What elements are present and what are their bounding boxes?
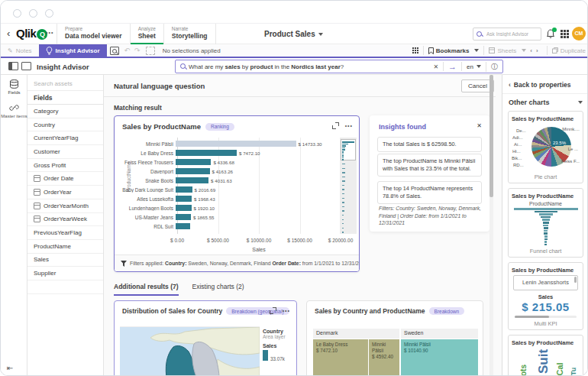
bar-row[interactable]: Baby Dark Lounge Suit$ 2016.69 [118,185,347,194]
sheets-dropdown[interactable]: Sheets [489,47,526,54]
bar-row[interactable]: US-Master Jeans$ 1865.55 [118,212,347,222]
language-dropdown[interactable]: en [467,63,481,70]
notes-button[interactable]: ✎ Notes [1,44,39,57]
result-chart-card[interactable]: Sales by ProductName Ranking ••• Product… [114,115,360,272]
word-cloud-word[interactable]: ots [519,365,528,376]
other-charts-header[interactable]: Other charts [502,94,588,111]
field-item[interactable]: Order Date [27,172,103,186]
field-item[interactable]: Sales [27,254,103,267]
bar-row[interactable]: Minnki Pälsii$ 14733.30 [118,139,347,148]
back-to-properties-link[interactable]: ‹Back to properties [502,75,588,94]
insight-item[interactable]: The top ProductName is Minnki Pälsii wit… [377,154,482,177]
global-menu-icon[interactable]: ••• [46,30,53,35]
chart-suggestion-multi-kpi[interactable]: Sales by ProductName Lenin Jeansshorts S… [508,262,583,330]
window-control-minimize[interactable] [29,9,37,18]
app-title-dropdown[interactable]: Product Sales [264,30,323,38]
more-menu-icon[interactable]: ••• [283,308,290,313]
treemap-cell[interactable]: Minnki Pälsii$ 4592.40 [369,339,399,376]
field-item[interactable]: Country [27,118,103,132]
redo-selection-icon[interactable]: ↷ [134,47,141,54]
search-assets-input[interactable] [27,77,103,91]
field-item[interactable]: CurrentYearFlag [27,131,103,145]
tab-existing-charts[interactable]: Existing charts (2) [192,283,244,296]
collapse-panel-icon[interactable]: ⇤ [1,364,27,372]
bar-row[interactable]: Lundenhagen Boots$ 1920.10 [118,203,347,212]
app-launcher-icon[interactable] [561,30,569,38]
tab-additional-results[interactable]: Additional results (7) [114,283,179,296]
bar-row[interactable]: Snake Boots$ 4031.63 [118,176,347,185]
query-text[interactable]: What are my sales by product in the Nord… [189,63,433,70]
prev-sheet-icon[interactable]: ‹ [530,47,532,54]
clear-selections-icon[interactable] [146,47,155,55]
window-control-maximize[interactable] [45,9,53,18]
back-chevron-icon[interactable]: ‹ [7,28,10,39]
word-cloud-word[interactable]: Cal [555,362,564,375]
bar[interactable] [176,214,191,220]
scrollbar-thumb[interactable] [515,316,549,318]
chart-suggestion-pie[interactable]: Sales by ProductName 23.5% Minnk.... De.… [508,111,583,183]
bar[interactable] [176,141,296,147]
more-menu-icon[interactable]: ••• [345,123,353,128]
toggle-right-panel-icon[interactable] [21,62,31,70]
duplicate-button[interactable]: Duplicate [552,47,586,54]
bar[interactable] [176,196,192,202]
field-item[interactable]: ProductName [27,240,103,254]
field-item[interactable]: Category [27,105,103,118]
bar[interactable] [176,205,192,211]
bar-row[interactable]: Le Baby Dress$ 7472.10 [118,148,347,157]
bookmarks-dropdown[interactable]: Bookmarks [428,47,480,54]
field-item[interactable]: OrderYearMonth [27,199,103,213]
field-item[interactable]: PreviousYearFlag [27,226,103,240]
kpi-horizontal-scrollbar[interactable] [515,316,577,318]
selections-search-icon[interactable] [110,47,119,55]
field-item[interactable]: Supplier [27,267,103,280]
word-cloud-word[interactable]: Suit [536,349,551,374]
clear-query-icon[interactable]: ✕ [433,63,438,70]
field-item[interactable]: Gross Profit [27,159,103,173]
bar[interactable] [176,168,210,174]
toggle-left-panel-icon[interactable] [8,62,18,70]
field-item[interactable]: OrderYear [27,186,103,199]
field-item[interactable]: Customer [27,145,103,159]
rail-tab-master-items[interactable]: Master items [1,99,27,122]
rail-tab-fields[interactable]: Fields [1,75,27,99]
kpi-select[interactable]: Lenin Jeansshorts [513,275,578,290]
nlq-search-bar[interactable]: What are my sales by product in the Nord… [175,60,503,73]
bar-row[interactable]: RDL Suit [118,222,347,231]
treemap-cell[interactable]: Minnki Pälsii$ 10140.90 [401,339,478,376]
bar[interactable] [176,177,208,183]
ask-insight-advisor-searchbox[interactable] [473,28,541,41]
scrollbar-thumb[interactable] [489,75,493,197]
chart-suggestion-word-cloud[interactable]: Sales by ProductName otsSuitCalTu [508,335,583,376]
nav-tab-analyze[interactable]: Analyze Sheet [130,24,163,44]
submit-query-icon[interactable]: → [448,62,457,71]
info-icon[interactable]: ⓘ [486,62,498,72]
chart-scroll-minimap[interactable] [340,138,357,234]
notifications-bell-icon[interactable] [546,29,555,39]
close-icon[interactable]: ✕ [477,122,482,129]
treemap-visualization[interactable]: Denmark Sweden Le Baby Dress$ 7472.10 Mi… [313,329,478,376]
field-item[interactable]: OrderYearWeek [27,213,103,227]
bar[interactable] [176,159,211,165]
bar[interactable] [176,186,192,193]
nav-tab-prepare[interactable]: Prepare Data model viewer [57,24,130,44]
select-scrollbar[interactable] [574,277,577,283]
treemap-result-card[interactable]: Sales by Country and ProductName Breakdo… [306,300,483,376]
insight-advisor-button[interactable]: Insight Advisor [39,44,107,57]
main-scrollbar[interactable] [489,75,493,376]
bar[interactable] [176,223,190,229]
sheet-grid-icon[interactable] [412,47,418,53]
ask-insight-advisor-input[interactable] [485,31,538,37]
expand-icon[interactable] [270,307,276,314]
bar-row[interactable]: Atles Lussekofta$ 1968.43 [118,194,347,203]
window-control-close[interactable] [13,9,21,18]
map-result-card[interactable]: Distribution of Sales for Country Breakd… [114,300,297,376]
undo-selection-icon[interactable]: ↶ [124,47,131,54]
bar[interactable] [176,150,237,156]
insight-item[interactable]: The total Sales is $ 62598.50. [377,137,482,152]
bar-row[interactable]: Feiss Fleece Trousers$ 4336.68 [118,157,347,167]
insight-item[interactable]: The top 14 ProductName represents 78.8% … [377,181,482,204]
treemap-cell[interactable]: Le Baby Dress$ 7472.10 [313,339,368,376]
word-cloud-word[interactable]: Tu [570,368,577,375]
chart-suggestion-funnel[interactable]: Sales by ProductName ProductName Funnel … [508,188,583,258]
